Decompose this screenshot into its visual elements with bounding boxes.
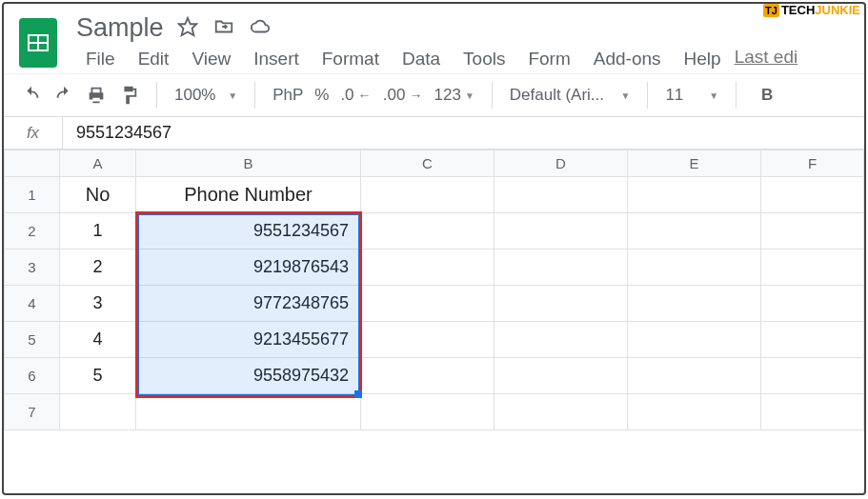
row-header-1[interactable]: 1 [5,177,60,213]
redo-button[interactable] [53,85,74,106]
cell-D3[interactable] [495,250,628,286]
cell-C2[interactable] [361,213,495,250]
column-header-D[interactable]: D [495,150,628,177]
move-folder-icon[interactable] [213,16,234,41]
chevron-down-icon: ▼ [465,90,474,101]
chevron-down-icon: ▼ [228,90,237,101]
cell-B1[interactable]: Phone Number [136,177,361,213]
menu-addons[interactable]: Add-ons [584,47,671,71]
document-title[interactable]: Sample [76,13,164,43]
column-header-E[interactable]: E [628,150,761,177]
cell-A7[interactable] [60,394,136,430]
cell-A5[interactable]: 4 [60,322,136,358]
cell-C6[interactable] [361,358,495,394]
paint-format-button[interactable] [118,85,139,106]
star-icon[interactable] [177,16,198,41]
cell-B4[interactable]: 9772348765 [136,286,361,322]
cell-C1[interactable] [361,177,495,213]
cell-E5[interactable] [628,322,761,358]
currency-format-button[interactable]: PhP [273,86,303,105]
cell-E2[interactable] [628,213,761,250]
menu-data[interactable]: Data [393,47,450,71]
cell-E3[interactable] [628,250,761,286]
cell-D6[interactable] [495,358,628,394]
decrease-decimal-button[interactable]: .0← [340,86,371,105]
bold-button[interactable]: B [754,86,780,105]
formula-bar: fx 9551234567 [4,117,864,150]
menu-tools[interactable]: Tools [454,47,515,71]
cell-A4[interactable]: 3 [60,286,136,322]
cell-B6[interactable]: 9558975432 [136,358,361,394]
cell-D7[interactable] [495,394,628,430]
row-header-7[interactable]: 7 [5,394,60,430]
cell-F2[interactable] [761,213,864,250]
column-header-B[interactable]: B [136,150,361,177]
font-family-select[interactable]: Default (Ari... ▼ [510,86,631,105]
app-frame: Sample File Edit View Insert [2,2,866,495]
toolbar-separator [736,82,737,109]
font-size-select[interactable]: 11 ▼ [665,86,718,105]
cell-F4[interactable] [761,286,864,322]
toolbar-separator [492,82,493,109]
cell-F1[interactable] [761,177,864,213]
cell-D5[interactable] [495,322,628,358]
select-all-corner[interactable] [5,150,60,177]
row-header-4[interactable]: 4 [5,286,60,322]
toolbar-separator [156,82,157,109]
cell-F6[interactable] [761,358,864,394]
sheets-logo-icon [19,18,57,68]
cell-B5[interactable]: 9213455677 [136,322,361,358]
menu-edit[interactable]: Edit [129,47,179,71]
cell-A3[interactable]: 2 [60,250,136,286]
menu-insert[interactable]: Insert [244,47,309,71]
cell-E6[interactable] [628,358,761,394]
more-formats-button[interactable]: 123▼ [434,86,474,105]
cell-D2[interactable] [495,213,628,250]
cloud-status-icon[interactable] [250,16,271,41]
last-edit-link[interactable]: Last edi [735,47,798,71]
cell-E7[interactable] [628,394,761,430]
column-header-F[interactable]: F [761,150,864,177]
cell-E1[interactable] [628,177,761,213]
cell-B3[interactable]: 9219876543 [136,250,361,286]
spreadsheet-grid[interactable]: A B C D E F 1 No Phone Number 2 1 955123… [4,150,864,493]
cell-A1[interactable]: No [60,177,136,213]
zoom-select[interactable]: 100% ▼ [174,86,237,105]
row-header-5[interactable]: 5 [5,322,60,358]
cell-C7[interactable] [361,394,495,430]
cell-C3[interactable] [361,250,495,286]
watermark-tj-icon: TJ [763,4,779,17]
menu-format[interactable]: Format [313,47,389,71]
menubar: File Edit View Insert Format Data Tools … [76,47,797,71]
row-header-3[interactable]: 3 [5,250,60,286]
cell-D4[interactable] [495,286,628,322]
cell-D1[interactable] [495,177,628,213]
formula-input[interactable]: 9551234567 [63,123,172,143]
cell-E4[interactable] [628,286,761,322]
menu-help[interactable]: Help [675,47,731,71]
chevron-down-icon: ▼ [709,90,718,101]
print-button[interactable] [86,85,107,106]
cell-A2[interactable]: 1 [60,213,136,250]
titlebar: Sample File Edit View Insert [4,4,864,73]
cell-F7[interactable] [761,394,864,430]
column-header-A[interactable]: A [60,150,136,177]
cell-C5[interactable] [361,322,495,358]
cell-F3[interactable] [761,250,864,286]
cell-B7[interactable] [136,394,361,430]
undo-button[interactable] [21,85,42,106]
row-header-6[interactable]: 6 [5,358,60,394]
percent-format-button[interactable]: % [314,86,329,105]
cell-F5[interactable] [761,322,864,358]
column-header-C[interactable]: C [361,150,495,177]
cell-C4[interactable] [361,286,495,322]
increase-decimal-button[interactable]: .00→ [383,86,423,105]
menu-view[interactable]: View [182,47,240,71]
cell-A6[interactable]: 5 [60,358,136,394]
menu-form[interactable]: Form [518,47,579,71]
fx-label: fx [4,117,63,149]
row-header-2[interactable]: 2 [5,213,60,250]
menu-file[interactable]: File [76,47,125,71]
svg-marker-0 [178,17,195,34]
cell-B2[interactable]: 9551234567 [136,213,361,250]
